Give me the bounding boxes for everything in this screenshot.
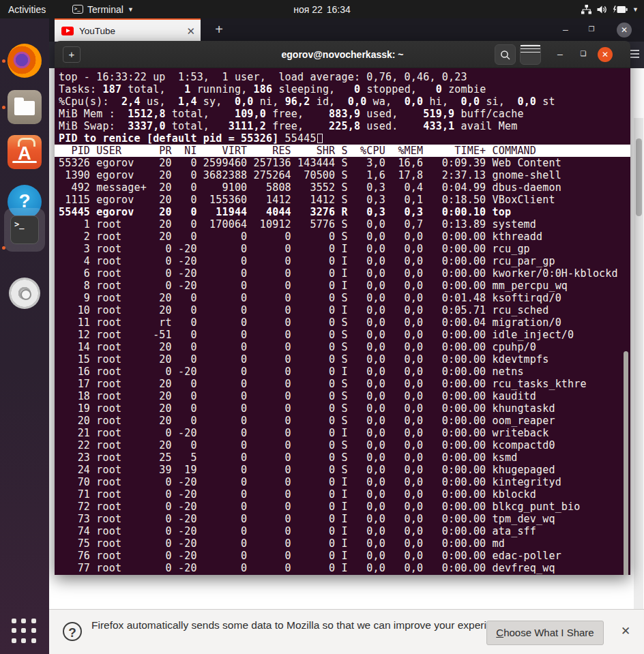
terminal-window-title: egorov@novocherkassk: ~ (55, 41, 630, 68)
tab-youtube[interactable]: YouTube ✕ (55, 18, 201, 42)
terminal-scrollbar-thumb[interactable] (624, 351, 628, 575)
running-dot-firefox (2, 59, 5, 63)
top-process-rows: 55326 egorov 20 0 2599460 257136 143444 … (55, 157, 630, 574)
terminal-window: egorov@novocherkassk: ~ + – ❏ ✕ top - 16… (55, 41, 630, 575)
network-wired-icon (581, 4, 592, 15)
terminal-search-button[interactable] (495, 44, 516, 65)
terminal-output[interactable]: top - 16:33:22 up 1:53, 1 user, load ave… (55, 68, 630, 575)
firefox-restore-button[interactable]: ❐ (581, 18, 602, 42)
firefox-menu-icon[interactable] (629, 50, 639, 60)
notification-close-icon[interactable]: ✕ (617, 623, 634, 640)
chevron-down-icon: ▼ (632, 6, 639, 13)
terminal-dock-icon[interactable]: >_ (10, 215, 39, 244)
show-applications-button[interactable] (12, 619, 38, 644)
system-tray[interactable]: ▼ (581, 0, 639, 18)
system-top-bar: Activities >_ Terminal ▼ ноя 22 16:34 ▼ (0, 0, 644, 18)
youtube-favicon-icon (61, 27, 74, 35)
folder-icon (14, 101, 35, 115)
firefox-data-notification-bar: ? Firefox automatically sends some data … (49, 609, 644, 654)
hamburger-icon (521, 45, 540, 53)
question-circle-icon: ? (63, 622, 82, 641)
terminal-titlebar[interactable]: egorov@novocherkassk: ~ + – ❏ ✕ (55, 41, 630, 68)
terminal-minimize-button[interactable]: – (551, 41, 569, 68)
tab-title: YouTube (79, 26, 115, 36)
files-dock-icon[interactable] (8, 90, 42, 124)
terminal-maximize-button[interactable]: ❏ (574, 41, 592, 68)
disc-dock-icon[interactable] (9, 278, 40, 309)
firefox-dock-icon[interactable] (8, 44, 42, 78)
firefox-scrollbar-thumb[interactable] (636, 138, 642, 216)
choose-what-i-share-button[interactable]: Choose What I Share (486, 621, 604, 645)
clock[interactable]: ноя 22 16:34 (0, 0, 644, 18)
top-summary-lines: top - 16:33:22 up 1:53, 1 user, load ave… (55, 71, 630, 145)
tab-close-icon[interactable]: ✕ (186, 26, 195, 36)
notification-text: Firefox automatically sends some data to… (91, 618, 521, 632)
battery-charging-icon (612, 4, 628, 15)
volume-icon (596, 4, 608, 15)
top-table-header: PID USER PR NI VIRT RES SHR S %CPU %MEM … (55, 145, 630, 157)
running-dot-files (2, 106, 5, 109)
firefox-minimize-button[interactable]: – (555, 18, 576, 42)
ubuntu-software-dock-icon[interactable]: A (8, 135, 42, 169)
search-icon (500, 50, 511, 61)
terminal-menu-button[interactable] (520, 44, 541, 65)
terminal-close-button[interactable]: ✕ (598, 47, 613, 62)
dock: A ? >_ (0, 18, 49, 654)
firefox-close-button[interactable]: ✕ (617, 23, 632, 38)
firefox-tab-bar: YouTube ✕ + – ❐ ✕ (49, 18, 644, 42)
new-tab-button[interactable]: + (210, 21, 228, 39)
terminal-new-tab-button[interactable]: + (63, 46, 80, 63)
